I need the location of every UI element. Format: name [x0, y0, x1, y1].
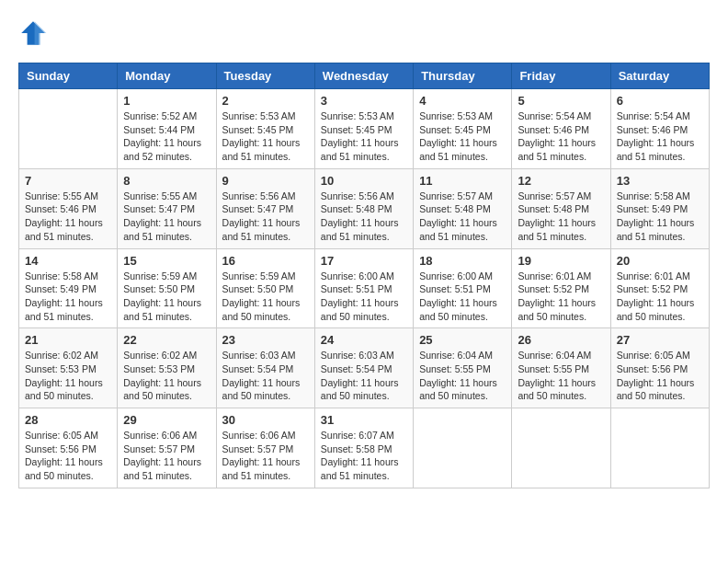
- calendar-cell: 26 Sunrise: 6:04 AM Sunset: 5:55 PM Dayl…: [512, 328, 610, 408]
- calendar-cell: [610, 408, 709, 488]
- sunset-text: Sunset: 5:47 PM: [222, 203, 294, 214]
- sunset-text: Sunset: 5:49 PM: [25, 283, 97, 294]
- daylight-text: Daylight: 11 hours and 51 minutes.: [617, 217, 695, 242]
- sunrise-text: Sunrise: 5:55 AM: [25, 190, 98, 201]
- daylight-text: Daylight: 11 hours and 51 minutes.: [617, 137, 695, 162]
- calendar-cell: 21 Sunrise: 6:02 AM Sunset: 5:53 PM Dayl…: [19, 328, 118, 408]
- daylight-text: Daylight: 11 hours and 51 minutes.: [321, 217, 399, 242]
- week-row-2: 7 Sunrise: 5:55 AM Sunset: 5:46 PM Dayli…: [19, 168, 710, 248]
- calendar-cell: 30 Sunrise: 6:06 AM Sunset: 5:57 PM Dayl…: [216, 408, 314, 488]
- day-number: 2: [222, 94, 309, 108]
- week-row-5: 28 Sunrise: 6:05 AM Sunset: 5:56 PM Dayl…: [19, 408, 710, 488]
- sunrise-text: Sunrise: 5:53 AM: [321, 110, 394, 121]
- day-header-wednesday: Wednesday: [314, 63, 413, 89]
- daylight-text: Daylight: 11 hours and 51 minutes.: [518, 217, 596, 242]
- day-info: Sunrise: 6:03 AM Sunset: 5:54 PM Dayligh…: [321, 349, 407, 403]
- day-number: 9: [222, 174, 309, 188]
- day-number: 22: [123, 333, 210, 347]
- sunset-text: Sunset: 5:51 PM: [321, 283, 392, 294]
- calendar-cell: 5 Sunrise: 5:54 AM Sunset: 5:46 PM Dayli…: [512, 89, 610, 169]
- day-info: Sunrise: 5:56 AM Sunset: 5:47 PM Dayligh…: [222, 190, 309, 244]
- calendar-cell: 18 Sunrise: 6:00 AM Sunset: 5:51 PM Dayl…: [414, 248, 512, 328]
- daylight-text: Daylight: 11 hours and 50 minutes.: [222, 297, 301, 322]
- calendar-cell: 24 Sunrise: 6:03 AM Sunset: 5:54 PM Dayl…: [314, 328, 413, 408]
- sunset-text: Sunset: 5:57 PM: [123, 443, 195, 454]
- sunrise-text: Sunrise: 5:57 AM: [518, 190, 591, 201]
- sunrise-text: Sunrise: 6:04 AM: [518, 350, 591, 361]
- day-number: 15: [123, 254, 210, 268]
- day-header-monday: Monday: [118, 63, 216, 89]
- day-info: Sunrise: 6:01 AM Sunset: 5:52 PM Dayligh…: [518, 270, 604, 324]
- sunset-text: Sunset: 5:52 PM: [617, 283, 688, 294]
- day-number: 29: [123, 413, 210, 427]
- day-number: 12: [518, 174, 604, 188]
- sunset-text: Sunset: 5:51 PM: [419, 283, 491, 294]
- sunset-text: Sunset: 5:56 PM: [617, 363, 688, 374]
- calendar-cell: 8 Sunrise: 5:55 AM Sunset: 5:47 PM Dayli…: [118, 168, 216, 248]
- calendar-cell: [19, 89, 118, 169]
- sunset-text: Sunset: 5:55 PM: [419, 363, 491, 374]
- day-info: Sunrise: 5:57 AM Sunset: 5:48 PM Dayligh…: [518, 190, 604, 244]
- day-number: 1: [123, 94, 210, 108]
- day-info: Sunrise: 5:55 AM Sunset: 5:46 PM Dayligh…: [25, 190, 111, 244]
- day-number: 20: [617, 254, 703, 268]
- sunrise-text: Sunrise: 6:03 AM: [321, 350, 394, 361]
- calendar-cell: 2 Sunrise: 5:53 AM Sunset: 5:45 PM Dayli…: [216, 89, 314, 169]
- day-number: 23: [222, 333, 309, 347]
- calendar-cell: 27 Sunrise: 6:05 AM Sunset: 5:56 PM Dayl…: [610, 328, 709, 408]
- calendar-cell: 1 Sunrise: 5:52 AM Sunset: 5:44 PM Dayli…: [118, 89, 216, 169]
- day-number: 30: [222, 413, 309, 427]
- sunset-text: Sunset: 5:50 PM: [222, 283, 294, 294]
- day-info: Sunrise: 6:02 AM Sunset: 5:53 PM Dayligh…: [123, 349, 210, 403]
- day-number: 19: [518, 254, 604, 268]
- day-number: 17: [321, 254, 407, 268]
- daylight-text: Daylight: 11 hours and 52 minutes.: [123, 137, 201, 162]
- day-number: 24: [321, 333, 407, 347]
- sunrise-text: Sunrise: 6:06 AM: [222, 430, 296, 441]
- sunrise-text: Sunrise: 5:55 AM: [123, 190, 197, 201]
- day-info: Sunrise: 5:59 AM Sunset: 5:50 PM Dayligh…: [222, 270, 309, 324]
- day-header-sunday: Sunday: [19, 63, 118, 89]
- day-info: Sunrise: 6:02 AM Sunset: 5:53 PM Dayligh…: [25, 349, 111, 403]
- day-info: Sunrise: 5:57 AM Sunset: 5:48 PM Dayligh…: [419, 190, 506, 244]
- sunrise-text: Sunrise: 6:03 AM: [222, 350, 296, 361]
- sunset-text: Sunset: 5:48 PM: [321, 203, 392, 214]
- day-header-friday: Friday: [512, 63, 610, 89]
- daylight-text: Daylight: 11 hours and 51 minutes.: [222, 456, 301, 481]
- day-number: 16: [222, 254, 309, 268]
- sunset-text: Sunset: 5:48 PM: [518, 203, 589, 214]
- day-number: 27: [617, 333, 703, 347]
- calendar-cell: 3 Sunrise: 5:53 AM Sunset: 5:45 PM Dayli…: [314, 89, 413, 169]
- sunrise-text: Sunrise: 5:57 AM: [419, 190, 493, 201]
- calendar-cell: 7 Sunrise: 5:55 AM Sunset: 5:46 PM Dayli…: [19, 168, 118, 248]
- sunset-text: Sunset: 5:45 PM: [321, 124, 392, 135]
- calendar-cell: 4 Sunrise: 5:53 AM Sunset: 5:45 PM Dayli…: [414, 89, 512, 169]
- day-info: Sunrise: 6:06 AM Sunset: 5:57 PM Dayligh…: [222, 429, 309, 483]
- calendar-header-row: SundayMondayTuesdayWednesdayThursdayFrid…: [19, 63, 710, 89]
- daylight-text: Daylight: 11 hours and 51 minutes.: [222, 217, 301, 242]
- day-info: Sunrise: 6:04 AM Sunset: 5:55 PM Dayligh…: [518, 349, 604, 403]
- day-number: 6: [617, 94, 703, 108]
- sunrise-text: Sunrise: 5:59 AM: [222, 270, 296, 282]
- day-info: Sunrise: 6:03 AM Sunset: 5:54 PM Dayligh…: [222, 349, 309, 403]
- sunset-text: Sunset: 5:47 PM: [123, 203, 195, 214]
- daylight-text: Daylight: 11 hours and 51 minutes.: [222, 137, 301, 162]
- day-number: 4: [419, 94, 506, 108]
- day-info: Sunrise: 5:59 AM Sunset: 5:50 PM Dayligh…: [123, 270, 210, 324]
- day-info: Sunrise: 5:55 AM Sunset: 5:47 PM Dayligh…: [123, 190, 210, 244]
- day-info: Sunrise: 5:58 AM Sunset: 5:49 PM Dayligh…: [617, 190, 703, 244]
- day-info: Sunrise: 6:01 AM Sunset: 5:52 PM Dayligh…: [617, 270, 703, 324]
- sunrise-text: Sunrise: 5:54 AM: [617, 110, 690, 121]
- sunrise-text: Sunrise: 6:01 AM: [518, 270, 591, 282]
- calendar-cell: 11 Sunrise: 5:57 AM Sunset: 5:48 PM Dayl…: [414, 168, 512, 248]
- day-number: 25: [419, 333, 506, 347]
- calendar-cell: 15 Sunrise: 5:59 AM Sunset: 5:50 PM Dayl…: [118, 248, 216, 328]
- calendar-cell: [414, 408, 512, 488]
- daylight-text: Daylight: 11 hours and 50 minutes.: [617, 377, 695, 402]
- daylight-text: Daylight: 11 hours and 50 minutes.: [419, 377, 497, 402]
- sunset-text: Sunset: 5:50 PM: [123, 283, 195, 294]
- sunrise-text: Sunrise: 6:00 AM: [321, 270, 394, 282]
- calendar-cell: 31 Sunrise: 6:07 AM Sunset: 5:58 PM Dayl…: [314, 408, 413, 488]
- daylight-text: Daylight: 11 hours and 51 minutes.: [419, 217, 497, 242]
- week-row-4: 21 Sunrise: 6:02 AM Sunset: 5:53 PM Dayl…: [19, 328, 710, 408]
